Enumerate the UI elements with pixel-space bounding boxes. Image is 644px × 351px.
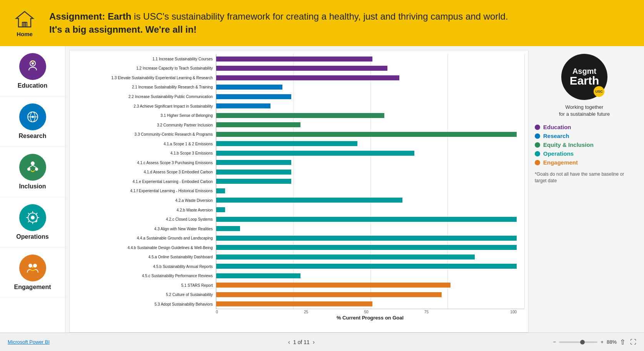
chart-bar-label: 5.1 STARS Report xyxy=(73,282,213,289)
fullscreen-icon[interactable]: ⛶ xyxy=(630,339,636,346)
chart-bar-row xyxy=(216,187,517,194)
chart-bar xyxy=(216,264,517,269)
home-label: Home xyxy=(17,31,33,37)
logo-earth-text: Earth xyxy=(570,75,599,87)
sidebar-item-inclusion[interactable]: Inclusion xyxy=(0,147,65,197)
x-tick: 25 xyxy=(276,310,336,314)
sidebar: Education Research xyxy=(0,46,65,333)
engagement-icon-bg xyxy=(19,255,46,281)
chart-bar-label: 4.2.a Waste Diversion xyxy=(73,197,213,204)
chart-bar xyxy=(216,94,291,99)
engagement-icon xyxy=(25,260,40,276)
chart-bar xyxy=(216,66,387,71)
chart-bar-row xyxy=(216,131,517,138)
chart-bar xyxy=(216,75,399,80)
chart-bar-row xyxy=(216,93,517,100)
share-icon[interactable]: ⇧ xyxy=(620,338,626,346)
sidebar-item-engagement[interactable]: Engagement xyxy=(0,248,65,298)
legend-label: Operations xyxy=(543,150,574,157)
legend-label: Equity & Inclusion xyxy=(543,141,594,148)
sidebar-label-education: Education xyxy=(18,82,47,89)
asgmt-earth-logo: Asgmt Earth USC xyxy=(561,54,607,100)
chart-bar xyxy=(216,255,475,260)
chart-bar-label: 2.1 Increase Sustainability Research & T… xyxy=(73,84,213,91)
chart-bar xyxy=(216,245,517,250)
chart-bar-label: 4.1.e Experiential Learning - Embodied C… xyxy=(73,178,213,185)
zoom-plus[interactable]: + xyxy=(601,339,604,345)
chart-bar-row xyxy=(216,235,517,241)
svg-point-8 xyxy=(27,168,30,171)
chart-bar xyxy=(216,160,291,165)
chart-bar-label: 4.5.a Online Sustainability Dashboard xyxy=(73,254,213,261)
chart-bar-label: 4.4.a Sustainable Grounds and Landscapin… xyxy=(73,235,213,242)
zoom-slider[interactable] xyxy=(559,341,597,343)
chart-bar-label: 4.2.c Closed Loop Systems xyxy=(73,216,213,223)
chart-bar-label: 1.2 Increase Capacity to Teach Sustainab… xyxy=(73,65,213,72)
chart-bar xyxy=(216,57,372,62)
chart-bar-label: 4.4.b Sustainable Design Guidelines & We… xyxy=(73,244,213,251)
chart-bar xyxy=(216,283,450,288)
legend-item: Engagement xyxy=(535,159,594,166)
chart-bar xyxy=(216,217,517,222)
chart-bar xyxy=(216,103,270,108)
chart-bar-row xyxy=(216,301,517,308)
chart-bar-label: 2.3 Achieve Significant Impact in Sustai… xyxy=(73,103,213,110)
chart-bar-label: 4.1.b Scope 3 Emissions xyxy=(73,150,213,157)
chart-bar xyxy=(216,151,414,156)
chart-bar-label: 4.1.c Assess Scope 3 Purchasing Emission… xyxy=(73,159,213,166)
chart-bar-row xyxy=(216,112,517,119)
logo-subtitle: Working together for a sustainable futur… xyxy=(559,104,610,118)
sidebar-item-research[interactable]: Research xyxy=(0,96,65,147)
svg-point-9 xyxy=(35,168,38,171)
svg-point-7 xyxy=(31,161,35,165)
chart-bar-row xyxy=(216,168,517,175)
chart-bar xyxy=(216,236,517,241)
right-panel: Asgmt Earth USC Working together for a s… xyxy=(529,50,640,333)
svg-point-12 xyxy=(28,264,32,268)
next-page-button[interactable]: › xyxy=(313,339,315,346)
legend-label: Engagement xyxy=(543,159,578,166)
chart-bar-row xyxy=(216,197,517,204)
legend-item: Operations xyxy=(535,150,594,157)
chart-bar-row xyxy=(216,206,517,213)
chart-bar xyxy=(216,188,225,193)
research-icon xyxy=(25,109,40,125)
legend-label: Research xyxy=(543,133,569,139)
chart-bar-row xyxy=(216,140,517,147)
chart-bar-label: 4.1.d Assess Scope 3 Embodied Carbon xyxy=(73,169,213,176)
powerbi-link[interactable]: Microsoft Power BI xyxy=(8,339,50,345)
chart-bar-row xyxy=(216,244,517,251)
chart-bar-row xyxy=(216,272,517,279)
legend-dot xyxy=(535,160,540,165)
chart-bar xyxy=(216,226,240,231)
chart-bar xyxy=(216,132,517,137)
legend-dot xyxy=(535,125,540,130)
logo-asgmt-text: Asgmt xyxy=(572,67,596,75)
sidebar-item-operations[interactable]: Operations xyxy=(0,197,65,248)
page-indicator: 1 of 11 xyxy=(293,339,310,345)
x-tick: 0 xyxy=(216,310,276,314)
content-area: 1.1 Increase Sustainability Courses1.2 I… xyxy=(65,46,644,333)
svg-point-6 xyxy=(32,116,34,118)
chart-bar-label: 3.2 Community Partner Inclusion xyxy=(73,121,213,128)
zoom-controls: − + 88% ⇧ ⛶ xyxy=(553,338,636,346)
sidebar-item-education[interactable]: Education xyxy=(0,46,65,96)
prev-page-button[interactable]: ‹ xyxy=(288,339,290,346)
zoom-minus[interactable]: − xyxy=(553,339,556,345)
legend-dot xyxy=(535,142,540,148)
main-area: Education Research xyxy=(0,46,644,333)
chart-bar-row xyxy=(216,263,517,270)
inclusion-icon-bg xyxy=(19,154,46,181)
usc-badge: USC xyxy=(594,86,604,97)
chart-bar-row xyxy=(216,65,517,72)
zoom-value: 88% xyxy=(607,339,617,345)
chart-bar-row xyxy=(216,253,517,260)
chart-bar-row xyxy=(216,216,517,223)
chart-bar-row xyxy=(216,282,517,289)
chart-bar-row xyxy=(216,121,517,128)
header: Home Assignment: Earth is USC's sustaina… xyxy=(0,0,644,46)
education-icon-bg xyxy=(19,53,46,80)
chart-bar-label: 4.5.b Sustainability Annual Reports xyxy=(73,263,213,270)
legend-item: Equity & Inclusion xyxy=(535,141,594,148)
chart-bar-label: 1.1 Increase Sustainability Courses xyxy=(73,55,213,62)
